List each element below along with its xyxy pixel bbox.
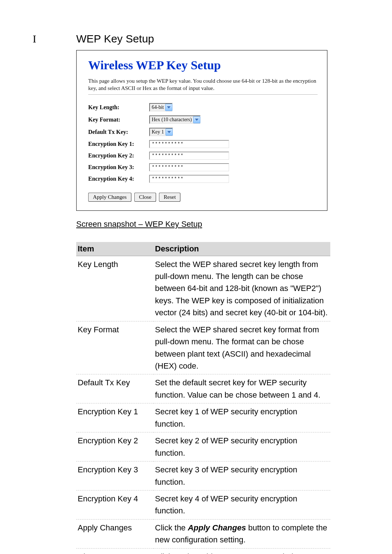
- table-cell-item: Close: [76, 548, 154, 554]
- key-length-label: Key Length:: [88, 101, 149, 114]
- table-row: Encryption Key 2Secret key 2 of WEP secu…: [76, 432, 330, 461]
- table-cell-desc: Secret key 2 of WEP security encryption …: [154, 432, 330, 461]
- table-cell-item: Apply Changes: [76, 519, 154, 548]
- key-length-value: 64-bit: [152, 104, 164, 110]
- default-tx-key-value: Key 1: [152, 129, 164, 135]
- table-cell-item: Key Length: [76, 256, 154, 321]
- table-cell-desc: Select the WEP shared secret key format …: [154, 321, 330, 374]
- table-cell-item: Encryption Key 3: [76, 461, 154, 491]
- default-tx-key-label: Default Tx Key:: [88, 126, 149, 138]
- encryption-key-4-label: Encryption Key 4:: [88, 173, 149, 185]
- table-cell-desc: Secret key 3 of WEP security encryption …: [154, 461, 330, 491]
- panel-heading: Wireless WEP Key Setup: [88, 58, 318, 72]
- table-cell-item: Encryption Key 4: [76, 490, 154, 519]
- key-format-select[interactable]: Hex (10 characters): [149, 115, 201, 124]
- table-row: Key FormatSelect the WEP shared secret k…: [76, 321, 330, 374]
- apply-changes-button[interactable]: Apply Changes: [88, 193, 131, 202]
- key-length-select[interactable]: 64-bit: [149, 103, 173, 112]
- table-cell-desc: Select the WEP shared secret key length …: [154, 256, 330, 321]
- table-row: Default Tx KeySet the default secret key…: [76, 374, 330, 403]
- encryption-key-1-input[interactable]: [149, 140, 229, 148]
- bold-italic-text: Apply Changes: [188, 523, 246, 532]
- reset-button[interactable]: Reset: [159, 193, 180, 202]
- encryption-key-3-label: Encryption Key 3:: [88, 161, 149, 173]
- chevron-down-icon: [165, 104, 172, 111]
- table-cell-desc: Secret key 4 of WEP security encryption …: [154, 490, 330, 519]
- chevron-down-icon: [193, 116, 200, 123]
- section-marker: I: [33, 33, 40, 45]
- screenshot-caption: Screen snapshot – WEP Key Setup: [76, 219, 359, 229]
- section-title: WEP Key Setup: [76, 33, 154, 45]
- table-cell-desc: Set the default secret key for WEP secur…: [154, 374, 330, 403]
- table-cell-item: Default Tx Key: [76, 374, 154, 403]
- key-format-value: Hex (10 characters): [152, 117, 192, 123]
- key-format-label: Key Format:: [88, 114, 149, 126]
- description-table: Item Description Key LengthSelect the WE…: [76, 242, 330, 554]
- default-tx-key-select[interactable]: Key 1: [149, 128, 173, 136]
- table-row: Encryption Key 4Secret key 4 of WEP secu…: [76, 490, 330, 519]
- encryption-key-3-input[interactable]: [149, 163, 229, 171]
- encryption-key-4-input[interactable]: [149, 175, 229, 183]
- encryption-key-2-input[interactable]: [149, 152, 229, 160]
- table-row: Key LengthSelect the WEP shared secret k…: [76, 256, 330, 321]
- table-cell-item: Encryption Key 1: [76, 403, 154, 432]
- table-row: Apply ChangesClick the Apply Changes but…: [76, 519, 330, 548]
- table-row: Encryption Key 3Secret key 3 of WEP secu…: [76, 461, 330, 491]
- encryption-key-2-label: Encryption Key 2:: [88, 150, 149, 161]
- close-button[interactable]: Close: [134, 193, 156, 202]
- table-row: Encryption Key 1Secret key 1 of WEP secu…: [76, 403, 330, 432]
- table-cell-desc: Click to close this WEP Key setup window…: [154, 548, 330, 554]
- table-cell-item: Key Format: [76, 321, 154, 374]
- table-cell-desc: Secret key 1 of WEP security encryption …: [154, 403, 330, 432]
- table-row: CloseClick to close this WEP Key setup w…: [76, 548, 330, 554]
- table-header-item: Item: [76, 242, 154, 256]
- encryption-key-1-label: Encryption Key 1:: [88, 138, 149, 150]
- wep-setup-panel: Wireless WEP Key Setup This page allows …: [76, 50, 327, 211]
- table-cell-desc: Click the Apply Changes button to comple…: [154, 519, 330, 548]
- table-cell-item: Encryption Key 2: [76, 432, 154, 461]
- panel-description: This page allows you setup the WEP key v…: [88, 77, 318, 92]
- chevron-down-icon: [166, 128, 173, 136]
- table-header-desc: Description: [154, 242, 330, 256]
